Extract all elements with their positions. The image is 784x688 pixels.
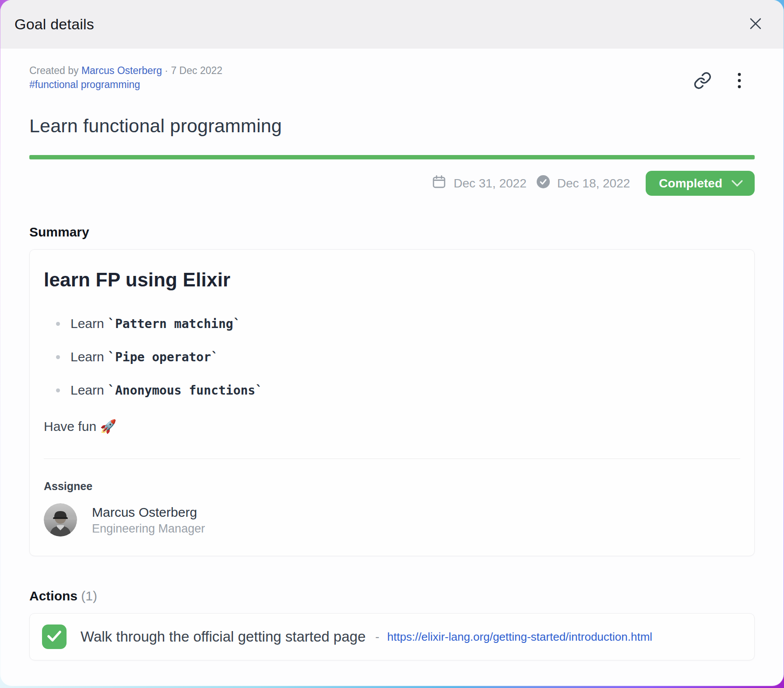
calendar-icon [432,174,446,193]
inline-code: `Pattern matching` [108,317,240,331]
assignee-row: Marcus Osterberg Engineering Manager [44,503,740,536]
progress-bar [29,155,755,159]
due-date: Dec 31, 2022 [454,176,527,191]
summary-outro: Have fun 🚀 [44,419,740,434]
list-item: Learn `Pattern matching` [44,316,740,331]
icon-actions [693,71,755,92]
author-link[interactable]: Marcus Osterberg [81,65,162,76]
bullet-text: Learn `Pattern matching` [70,316,241,331]
summary-card: learn FP using Elixir Learn `Pattern mat… [29,249,755,556]
dates-row: Dec 31, 2022 Dec 18, 2022 Completed [29,171,755,196]
bullet-dot [56,355,60,359]
bullet-text: Learn `Anonymous functions` [70,383,263,398]
action-link[interactable]: https://elixir-lang.org/getting-started/… [387,630,653,644]
more-options-button[interactable] [737,71,742,91]
action-item-row: Walk through the official getting starte… [29,613,755,660]
list-item: Learn `Anonymous functions` [44,383,740,398]
inline-code: `Anonymous functions` [108,383,263,398]
due-date-item: Dec 31, 2022 [432,174,527,193]
action-title: Walk through the official getting starte… [81,628,366,645]
close-button[interactable] [746,15,765,34]
summary-section-label: Summary [29,225,755,240]
bullet-text: Learn `Pipe operator` [70,349,218,364]
status-dropdown-button[interactable]: Completed [646,171,755,196]
modal-header: Goal details [0,0,784,49]
action-checkbox[interactable] [42,624,67,649]
assignee-info: Marcus Osterberg Engineering Manager [92,504,205,536]
link-icon [693,71,712,91]
created-by-label: Created by [29,65,79,76]
kebab-menu-icon [737,71,742,91]
actions-section-label: Actions (1) [29,589,755,603]
inline-code: `Pipe operator` [108,350,218,364]
meta-row: Created by Marcus Osterberg · 7 Dec 2022… [29,64,755,92]
summary-bullet-list: Learn `Pattern matching` Learn `Pipe ope… [44,316,740,398]
created-by-line: Created by Marcus Osterberg · 7 Dec 2022 [29,64,222,78]
actions-label-text: Actions [29,589,77,603]
bullet-dot [56,322,60,326]
avatar [44,503,77,536]
completed-date-item: Dec 18, 2022 [536,175,630,192]
bullet-dot [56,388,60,392]
assignee-name: Marcus Osterberg [92,504,205,521]
divider [44,459,740,459]
modal-title: Goal details [14,16,94,33]
check-circle-icon [536,175,550,192]
meta-lines: Created by Marcus Osterberg · 7 Dec 2022… [29,64,222,92]
summary-heading: learn FP using Elixir [44,269,740,291]
close-icon [748,16,763,32]
tag-link[interactable]: #functional programming [29,79,140,90]
completed-date: Dec 18, 2022 [557,176,630,191]
assignee-role: Engineering Manager [92,521,205,536]
action-separator: - [375,630,379,644]
checkmark-icon [47,630,62,644]
created-date: 7 Dec 2022 [171,65,222,76]
actions-count: (1) [81,589,97,603]
copy-link-button[interactable] [693,71,712,91]
goal-details-modal: Goal details Created by Marcus Osterberg… [0,0,784,686]
goal-title: Learn functional programming [29,115,755,137]
status-label: Completed [659,176,722,191]
chevron-down-icon [731,176,743,191]
list-item: Learn `Pipe operator` [44,349,740,364]
assignee-label: Assignee [44,480,740,493]
meta-separator: · [165,65,168,76]
